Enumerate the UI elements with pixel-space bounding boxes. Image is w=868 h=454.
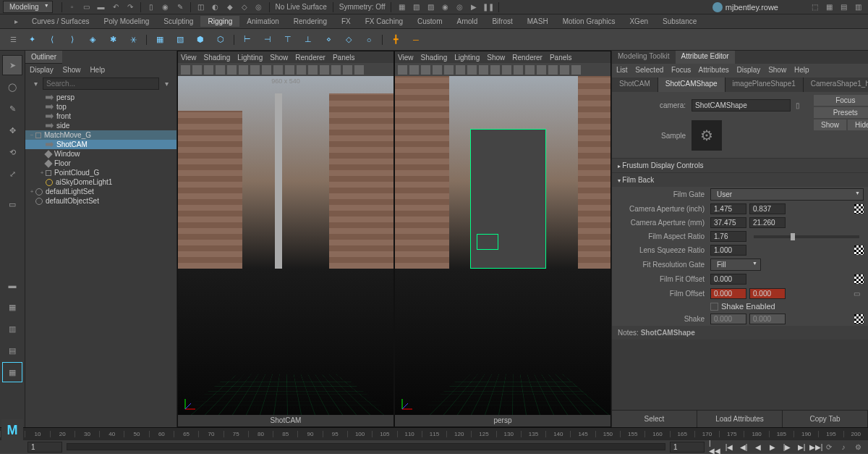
ipr-icon[interactable]: ▧ <box>410 1 422 13</box>
map-button-icon[interactable] <box>854 314 864 324</box>
presets-button[interactable]: Presets <box>814 107 868 118</box>
node-tab-imagePlaneShape1[interactable]: imagePlaneShape1 <box>726 77 804 92</box>
time-slider[interactable]: 1102030405060657075808590951001051101151… <box>0 427 868 440</box>
layout-two-side[interactable]: ▥ <box>2 319 22 339</box>
search-input[interactable] <box>43 77 159 90</box>
shelf-tab-curves-surfaces[interactable]: Curves / Surfaces <box>25 16 96 27</box>
move-tool[interactable]: ✥ <box>2 120 22 140</box>
ae-menu-help[interactable]: Help <box>794 66 809 74</box>
cluster-icon[interactable]: ✱ <box>104 31 122 49</box>
ae-menu-attributes[interactable]: Attributes <box>699 66 729 74</box>
open-scene-icon[interactable]: ▭ <box>81 1 93 13</box>
blend-shape-icon[interactable]: ▦ <box>151 31 169 49</box>
show-button[interactable]: Show <box>814 119 846 130</box>
lens-squeeze-ratio[interactable] <box>710 245 746 256</box>
shelf-tab-substance[interactable]: Substance <box>655 16 704 27</box>
shelf-tab-xgen[interactable]: XGen <box>622 16 655 27</box>
select-button[interactable]: Select <box>612 411 697 427</box>
vp-menu-panels[interactable]: Panels <box>333 54 355 62</box>
joint-tool-icon[interactable]: ✦ <box>23 31 41 49</box>
sculpt-icon[interactable]: ⬡ <box>212 31 229 49</box>
attribute-editor-tab[interactable]: Attribute Editor <box>676 51 735 64</box>
aperture-mm-x[interactable] <box>710 217 746 228</box>
vp-menu-renderer[interactable]: Renderer <box>295 54 326 62</box>
snap-point-icon[interactable]: ◆ <box>224 1 236 13</box>
far-slider[interactable] <box>754 235 859 238</box>
constraint6-icon[interactable]: ◇ <box>340 31 357 49</box>
wire-icon[interactable]: ⬢ <box>192 31 209 49</box>
range-start-field[interactable] <box>27 442 62 453</box>
symmetry-label[interactable]: Symmetry: Off <box>339 3 386 11</box>
workspace-icon3[interactable]: ▤ <box>838 1 849 13</box>
shelf-tab-poly-modeling[interactable]: Poly Modeling <box>96 16 156 27</box>
outliner-item-Floor[interactable]: Floor <box>25 159 176 168</box>
redo-icon[interactable]: ↷ <box>124 1 136 13</box>
play-forward-button[interactable]: ▶ <box>767 441 778 453</box>
step-forward-button[interactable]: |▶ <box>781 441 793 453</box>
focus-button[interactable]: Focus <box>814 95 868 106</box>
pause-icon[interactable]: ❚❚ <box>482 1 494 13</box>
range-end-field[interactable] <box>670 442 705 453</box>
outliner-menu-display[interactable]: Display <box>30 66 54 74</box>
copy-tab-button[interactable]: Copy Tab <box>783 411 868 427</box>
outliner-item-side[interactable]: side <box>25 121 176 130</box>
prefs-icon[interactable]: ⚙ <box>852 441 864 453</box>
wrap-icon[interactable]: ▧ <box>171 31 189 49</box>
ae-menu-display[interactable]: Display <box>737 66 761 74</box>
shelf-tab-bifrost[interactable]: Bifrost <box>485 16 519 27</box>
search-options-icon[interactable]: ▾ <box>161 78 172 90</box>
outliner-item-aiSkyDomeLight1[interactable]: aiSkyDomeLight1 <box>25 177 176 187</box>
layout-four[interactable]: ▦ <box>2 297 22 317</box>
rotate-tool[interactable]: ⟲ <box>2 142 22 162</box>
layout-single[interactable]: ▬ <box>2 275 22 295</box>
shelf-tab-custom[interactable]: Custom <box>410 16 449 27</box>
shelf-tab-motion-graphics[interactable]: Motion Graphics <box>556 16 623 27</box>
shelf-tab-mash[interactable]: MASH <box>520 16 556 27</box>
constraint1-icon[interactable]: ⊢ <box>239 31 256 49</box>
connection-icon[interactable]: ▭ <box>851 287 862 299</box>
ae-menu-list[interactable]: List <box>616 66 628 74</box>
shelf-tab-sculpting[interactable]: Sculpting <box>156 16 200 27</box>
outliner-item-Window[interactable]: Window <box>25 149 176 159</box>
step-back-key-button[interactable]: |◀ <box>723 441 735 453</box>
save-scene-icon[interactable]: ▬ <box>95 1 107 13</box>
layout-two-stack[interactable]: ▤ <box>2 340 22 361</box>
new-scene-icon[interactable]: ▫ <box>67 1 78 13</box>
node-tab-ShotCAM[interactable]: ShotCAM <box>612 77 658 92</box>
film-gate-dropdown[interactable]: User <box>710 188 864 201</box>
render-icon[interactable]: ▦ <box>396 1 407 13</box>
vp-menu-shading[interactable]: Shading <box>204 54 231 62</box>
modeling-toolkit-tab[interactable]: Modeling Toolkit <box>612 51 676 64</box>
last-tool[interactable]: ▭ <box>2 194 22 214</box>
viewport-left[interactable]: View Shading Lighting Show Renderer Pane… <box>177 51 394 427</box>
load-attributes-button[interactable]: Load Attributes <box>697 411 783 427</box>
outliner-item-PointCloud_G[interactable]: +PointCloud_G <box>25 168 176 177</box>
notes-textarea[interactable] <box>612 340 868 410</box>
outliner-item-persp[interactable]: persp <box>25 93 176 102</box>
snap-live-icon[interactable]: ◎ <box>253 1 265 13</box>
scale-tool[interactable]: ⤢ <box>2 164 22 184</box>
outliner-item-defaultObjectSet[interactable]: defaultObjectSet <box>25 196 176 206</box>
live-surface-label[interactable]: No Live Surface <box>276 3 327 11</box>
outliner-item-top[interactable]: top <box>25 102 176 112</box>
step-back-button[interactable]: ◀| <box>738 441 749 453</box>
frustum-section-header[interactable]: Frustum Display Controls <box>612 159 868 172</box>
shelf-tab-rigging[interactable]: Rigging <box>200 16 239 27</box>
shelf-tab-animation[interactable]: Animation <box>239 16 286 27</box>
shelf-tab-fx-caching[interactable]: FX Caching <box>358 16 410 27</box>
film-offset-y[interactable] <box>749 288 786 299</box>
constraint7-icon[interactable]: ○ <box>360 31 378 49</box>
lock-icon[interactable]: ▯ <box>792 100 804 112</box>
map-button-icon[interactable] <box>854 245 864 255</box>
constraint3-icon[interactable]: ⊤ <box>279 31 297 49</box>
audio-icon[interactable]: ♪ <box>838 441 849 453</box>
vp-menu-lighting[interactable]: Lighting <box>237 54 263 62</box>
film-aspect-ratio[interactable] <box>710 231 746 242</box>
render-settings-icon[interactable]: ▨ <box>425 1 436 13</box>
play-backward-button[interactable]: ◀ <box>752 441 764 453</box>
ae-menu-show[interactable]: Show <box>768 66 786 74</box>
layout-custom[interactable]: ▦ <box>2 362 22 382</box>
paint-icon[interactable]: ✎ <box>174 1 186 13</box>
map-button-icon[interactable] <box>854 204 864 214</box>
hide-button[interactable]: Hide <box>848 119 868 130</box>
